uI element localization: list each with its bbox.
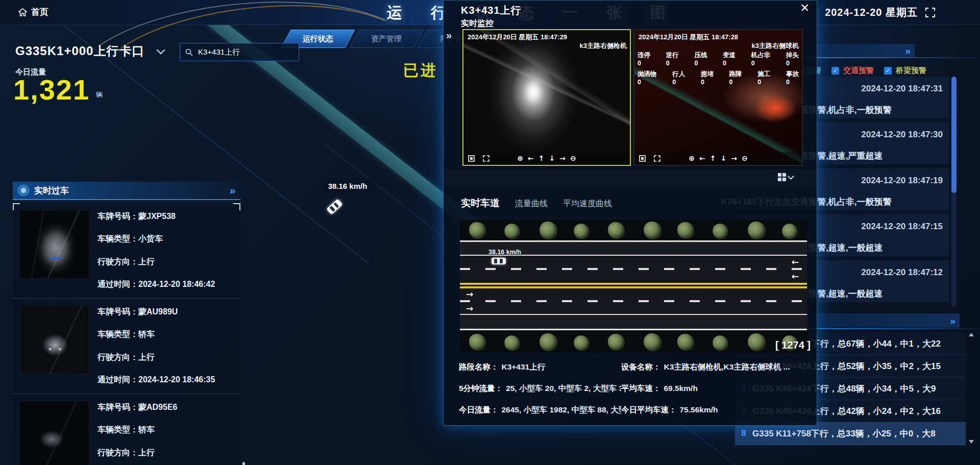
camera-control-bar: ⊕ ← ↑ ↓ → ⊖ bbox=[463, 152, 630, 165]
alert-time: 2024-12-20 18:47:15 bbox=[861, 222, 943, 232]
tree-icon bbox=[608, 222, 625, 239]
rank-scroll-down-icon[interactable] bbox=[969, 440, 974, 444]
tab-asset-management[interactable]: 资产管理 bbox=[349, 30, 423, 48]
info-road-name: 路段名称：K3+431上行 bbox=[459, 362, 621, 373]
tab-realtime-lanes[interactable]: 实时车道 bbox=[461, 197, 500, 210]
vehicle-direction-row: 行驶方向：上行 bbox=[97, 352, 215, 363]
chevron-down-icon bbox=[157, 46, 165, 55]
pan-left-icon[interactable]: ← bbox=[699, 154, 705, 162]
vehicle-card[interactable]: 车牌号码：蒙AU989U 车辆类型：轿车 行驶方向：上行 通过时间：2024-1… bbox=[13, 299, 240, 394]
fullscreen-icon[interactable] bbox=[925, 8, 935, 17]
alert-time: 2024-12-20 18:47:31 bbox=[861, 84, 943, 94]
rank-stats: 总52辆，小35，中2，大15 bbox=[838, 360, 941, 372]
today-flow: 1,321 辆 bbox=[13, 76, 103, 104]
event-counters: 违停0 逆行0 压线0 变道0 机占非0 掉头0 抛洒物0 行人0 拥堵0 路障… bbox=[638, 52, 799, 90]
vehicle-plate-row: 车牌号码：蒙AD95E6 bbox=[97, 402, 215, 413]
vehicle-card[interactable]: 车牌号码：蒙AD95E6 车辆类型：轿车 行驶方向：上行 通过时间：2024-1… bbox=[13, 394, 240, 465]
vehicle-time-row: 通过时间：2024-12-20 18:46:35 bbox=[97, 375, 215, 385]
zoom-in-icon[interactable]: ⊕ bbox=[517, 154, 523, 162]
snapshot-icon[interactable] bbox=[468, 155, 475, 162]
station-selector[interactable]: G335K1+000上行卡口 bbox=[15, 43, 164, 59]
passing-expand-icon[interactable]: » bbox=[230, 185, 235, 195]
rank-index: 8 bbox=[735, 428, 752, 438]
tree-icon bbox=[748, 333, 766, 351]
filter-label: 桥梁预警 bbox=[896, 66, 926, 76]
counter: 变道0 bbox=[723, 52, 736, 67]
chevron-down-icon bbox=[788, 173, 794, 180]
lane-vehicle-icon[interactable] bbox=[492, 258, 506, 264]
tilt-up-icon[interactable]: ↑ bbox=[538, 154, 545, 162]
camera-feed-gun[interactable]: 2024年12月20日 星期五 18:47:29 k3主路右侧枪机 ⊕ ← ↑ … bbox=[462, 29, 631, 166]
rank-scroll-up-icon[interactable] bbox=[969, 333, 974, 336]
pan-right-icon[interactable]: → bbox=[559, 154, 566, 162]
counter: 事故0 bbox=[786, 70, 799, 86]
vehicle-type-row: 车辆类型：轿车 bbox=[97, 329, 215, 340]
tree-icon bbox=[713, 335, 728, 351]
checkbox-checked-icon: ✓ bbox=[831, 67, 839, 75]
filter-traffic-alert[interactable]: ✓ 交通预警 bbox=[831, 66, 874, 76]
zoom-in-icon[interactable]: ⊕ bbox=[689, 154, 695, 162]
camera-feed-dome[interactable]: 2024年12月20日 星期五 18:47:28 k3主路右侧球机 违停0 逆行… bbox=[633, 29, 803, 166]
home-label: 首页 bbox=[31, 6, 48, 18]
today-flow-value: 1,321 bbox=[13, 76, 90, 104]
alert-text: 超速预警,超速,一般超速 bbox=[817, 288, 883, 300]
modal-collapse-icon[interactable]: » bbox=[446, 30, 452, 40]
tree-icon bbox=[677, 222, 694, 239]
pan-left-icon[interactable]: ← bbox=[528, 154, 534, 162]
info-row: 5分钟流量：25, 小型车 20, 中型车 2, 大型车 3 平均车速：69.5… bbox=[459, 383, 804, 394]
lane-direction-right-icon: → bbox=[466, 290, 473, 299]
vehicle-type-row: 车辆类型：轿车 bbox=[97, 425, 215, 435]
tilt-up-icon[interactable]: ↑ bbox=[710, 154, 716, 162]
vehicle-card[interactable]: 车牌号码：蒙JXP538 车辆类型：小货车 行驶方向：上行 通过时间：2024-… bbox=[13, 203, 240, 299]
zoom-out-icon[interactable]: ⊖ bbox=[742, 154, 748, 162]
passing-panel-title: 实时过车 bbox=[34, 185, 69, 197]
ptz-controls: ⊕ ← ↑ ↓ → ⊖ bbox=[689, 154, 747, 162]
vehicle-time-row: 通过时间：2024-12-20 18:46:42 bbox=[97, 279, 215, 290]
lane-direction-left-icon: ← bbox=[792, 272, 799, 281]
tree-icon bbox=[574, 335, 589, 351]
monitor-section-label: 实时监控 bbox=[461, 18, 494, 29]
cards-scrollbar[interactable] bbox=[242, 462, 245, 465]
fullscreen-icon[interactable] bbox=[483, 155, 489, 162]
counter: 机占非0 bbox=[751, 52, 771, 67]
counter: 压线0 bbox=[694, 52, 707, 67]
rank-expand-icon[interactable]: » bbox=[950, 316, 955, 326]
road-edge-line bbox=[460, 329, 807, 330]
info-5min-flow: 5分钟流量：25, 小型车 20, 中型车 2, 大型车 3 bbox=[459, 383, 621, 394]
radar-icon bbox=[18, 185, 29, 196]
search-icon bbox=[185, 48, 193, 56]
search-box bbox=[180, 43, 299, 61]
alert-time: 2024-12-20 18:47:19 bbox=[861, 176, 943, 186]
tab-avg-speed-curve[interactable]: 平均速度曲线 bbox=[563, 199, 612, 209]
close-icon[interactable]: ✕ bbox=[800, 3, 810, 14]
zoom-out-icon[interactable]: ⊖ bbox=[570, 154, 576, 162]
camera-timestamp: 2024年12月20日 星期五 18:47:28 bbox=[639, 33, 738, 42]
counter: 逆行0 bbox=[666, 52, 679, 67]
tilt-down-icon[interactable]: ↓ bbox=[721, 154, 727, 162]
tree-icon bbox=[644, 333, 662, 351]
filter-bridge-alert[interactable]: ✓ 桥梁预警 bbox=[884, 66, 926, 76]
tree-icon bbox=[574, 224, 589, 239]
pan-right-icon[interactable]: → bbox=[731, 154, 737, 162]
tilt-down-icon[interactable]: ↓ bbox=[549, 154, 555, 162]
station-info: 路段名称：K3+431上行 设备名称：K3主路右侧枪机,K3主路右侧球机 ...… bbox=[459, 362, 804, 426]
rank-location: G335 K11+758下行， bbox=[752, 428, 837, 439]
alerts-expand-icon[interactable]: » bbox=[905, 46, 911, 56]
tree-icon bbox=[608, 334, 625, 351]
vehicle-direction-row: 行驶方向：上行 bbox=[97, 448, 215, 458]
double-yellow-line bbox=[460, 283, 807, 285]
snapshot-icon[interactable] bbox=[639, 155, 646, 162]
layout-grid-button[interactable] bbox=[778, 173, 793, 181]
alerts-scrollbar-thumb[interactable] bbox=[951, 77, 957, 193]
search-input[interactable] bbox=[197, 47, 276, 57]
home-button[interactable]: 首页 bbox=[18, 6, 48, 18]
vehicle-photo bbox=[19, 305, 89, 374]
tree-icon bbox=[748, 222, 766, 239]
alert-text: 超速预警,超速,一般超速 bbox=[817, 242, 883, 254]
dashboard-root: 38.16 km/h 已进 首页 运行状态一张图 2024-12-20 星期五 … bbox=[0, 0, 980, 465]
info-row: 路段名称：K3+431上行 设备名称：K3主路右侧枪机,K3主路右侧球机 ... bbox=[459, 362, 804, 373]
fullscreen-icon[interactable] bbox=[654, 155, 660, 162]
rank-stats: 总67辆，小44，中1，大22 bbox=[838, 338, 941, 350]
tab-flow-curve[interactable]: 流量曲线 bbox=[515, 199, 548, 209]
vehicle-plate-row: 车牌号码：蒙JXP538 bbox=[97, 211, 215, 222]
